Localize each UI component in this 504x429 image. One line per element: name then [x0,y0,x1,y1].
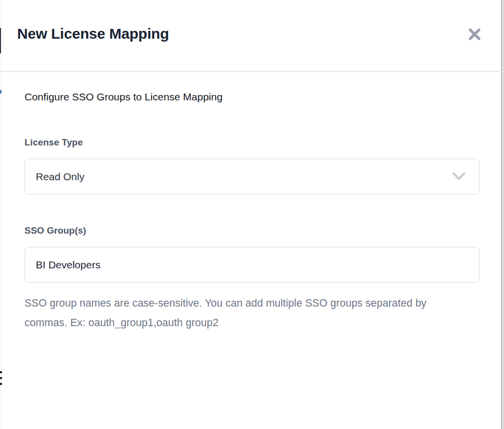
license-type-select[interactable]: Read Only [25,159,479,194]
license-type-selected-value: Read Only [36,171,84,183]
background-artifact [0,90,1,94]
modal-body: Configure SSO Groups to License Mapping … [2,72,501,429]
chevron-down-icon [452,171,466,184]
app-viewport: New License Mapping Configure SSO Groups… [0,0,504,429]
scrollbar-gutter [502,0,504,429]
x-close-icon [467,27,482,42]
modal-header: New License Mapping [2,0,501,71]
new-license-mapping-modal: New License Mapping Configure SSO Groups… [2,0,501,429]
close-button[interactable] [461,21,488,48]
sso-groups-input[interactable] [25,247,479,282]
modal-title: New License Mapping [17,25,169,42]
sso-groups-help-text: SSO group names are case-sensitive. You … [25,293,437,333]
sso-groups-field-wrapper [25,247,479,283]
background-artifact [0,28,1,53]
sso-groups-label: SSO Group(s) [25,225,86,236]
license-type-label: License Type [25,137,83,148]
modal-subtitle: Configure SSO Groups to License Mapping [25,91,223,103]
